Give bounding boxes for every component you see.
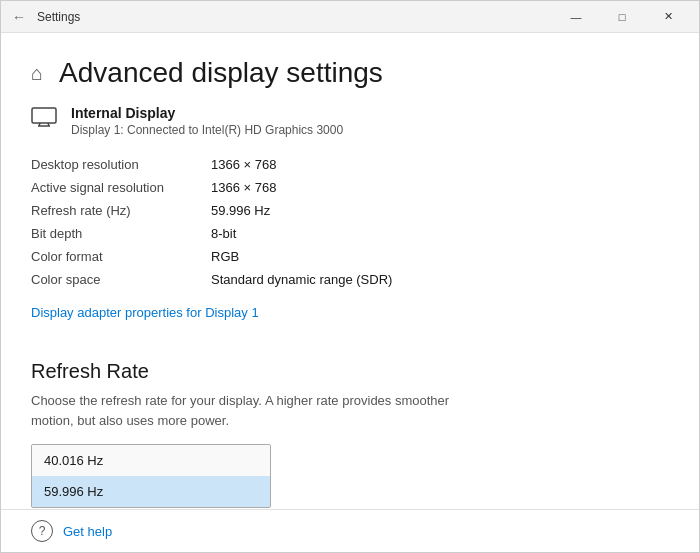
title-bar: ← Settings — □ ✕ xyxy=(1,1,699,33)
table-row: Bit depth8-bit xyxy=(31,222,669,245)
row-value: 59.996 Hz xyxy=(211,199,669,222)
display-section: Internal Display Display 1: Connected to… xyxy=(31,105,669,137)
row-value: Standard dynamic range (SDR) xyxy=(211,268,669,291)
display-info-table: Desktop resolution1366 × 768Active signa… xyxy=(31,153,669,291)
row-value: 8-bit xyxy=(211,222,669,245)
row-value: RGB xyxy=(211,245,669,268)
home-icon: ⌂ xyxy=(31,62,43,85)
title-bar-title: Settings xyxy=(37,10,80,24)
row-label: Desktop resolution xyxy=(31,153,211,176)
adapter-link[interactable]: Display adapter properties for Display 1 xyxy=(31,305,259,320)
display-name: Internal Display xyxy=(71,105,343,121)
page-content: ⌂ Advanced display settings Internal Dis… xyxy=(1,33,699,509)
table-row: Color spaceStandard dynamic range (SDR) xyxy=(31,268,669,291)
help-icon[interactable]: ? xyxy=(31,520,53,542)
table-row: Active signal resolution1366 × 768 xyxy=(31,176,669,199)
row-label: Active signal resolution xyxy=(31,176,211,199)
row-label: Color format xyxy=(31,245,211,268)
maximize-button[interactable]: □ xyxy=(599,1,645,33)
refresh-rate-dropdown[interactable]: 40.016 Hz59.996 Hz xyxy=(31,444,271,508)
row-label: Color space xyxy=(31,268,211,291)
row-label: Bit depth xyxy=(31,222,211,245)
page-title: Advanced display settings xyxy=(59,57,383,89)
page-header: ⌂ Advanced display settings xyxy=(31,33,669,105)
bottom-bar: ? Get help xyxy=(1,509,699,552)
settings-window: ← Settings — □ ✕ ⌂ Advanced display sett… xyxy=(0,0,700,553)
table-row: Desktop resolution1366 × 768 xyxy=(31,153,669,176)
svg-rect-0 xyxy=(32,108,56,123)
refresh-rate-option[interactable]: 40.016 Hz xyxy=(32,445,270,476)
monitor-icon xyxy=(31,107,57,133)
row-value: 1366 × 768 xyxy=(211,153,669,176)
title-bar-left: ← Settings xyxy=(9,7,80,27)
close-button[interactable]: ✕ xyxy=(645,1,691,33)
row-label: Refresh rate (Hz) xyxy=(31,199,211,222)
get-help-text[interactable]: Get help xyxy=(63,524,112,539)
table-row: Refresh rate (Hz)59.996 Hz xyxy=(31,199,669,222)
display-info: Internal Display Display 1: Connected to… xyxy=(71,105,343,137)
refresh-rate-desc: Choose the refresh rate for your display… xyxy=(31,391,481,430)
row-value: 1366 × 768 xyxy=(211,176,669,199)
refresh-rate-title: Refresh Rate xyxy=(31,360,669,383)
table-row: Color formatRGB xyxy=(31,245,669,268)
refresh-rate-option[interactable]: 59.996 Hz xyxy=(32,476,270,507)
back-button[interactable]: ← xyxy=(9,7,29,27)
display-subtitle: Display 1: Connected to Intel(R) HD Grap… xyxy=(71,123,343,137)
title-bar-controls: — □ ✕ xyxy=(553,1,691,33)
minimize-button[interactable]: — xyxy=(553,1,599,33)
